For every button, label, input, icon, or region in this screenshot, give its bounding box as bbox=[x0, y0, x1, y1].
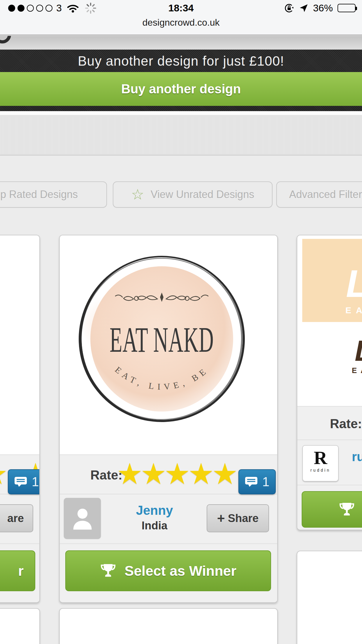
designer-row-right: R ruddin ruddin bbox=[297, 440, 362, 485]
star-icon[interactable]: ★ bbox=[140, 459, 164, 488]
trophy-icon bbox=[339, 501, 355, 518]
design-card-center[interactable]: EAT NAKD EAT, LIVE, BE Rate: ★ ★ ★ ★ ★ bbox=[59, 235, 278, 603]
banner-bottom-edge bbox=[0, 106, 362, 111]
share-button-left[interactable]: are bbox=[0, 504, 33, 532]
star-icon[interactable]: ★ bbox=[164, 459, 188, 488]
logo-title-text: EAT NAKD bbox=[100, 319, 223, 360]
star-icon[interactable]: ★ bbox=[212, 459, 236, 488]
comment-badge-center[interactable]: 1 bbox=[238, 469, 276, 494]
designer-country: India bbox=[103, 519, 205, 532]
design-card-next-center[interactable] bbox=[59, 608, 278, 644]
star-icon[interactable]: ★ bbox=[188, 459, 212, 488]
design-card-right[interactable]: LI EAT LI EAT Rate: R ruddin ruddin Sele… bbox=[297, 235, 362, 530]
winner-row-center: Select as Winner bbox=[60, 543, 277, 603]
rate-label: Rate: bbox=[330, 416, 362, 431]
promo-banner: Buy another design for just £100! bbox=[0, 50, 362, 72]
designer-info: Jenny India bbox=[103, 494, 205, 544]
rate-row-right: Rate: bbox=[297, 406, 362, 440]
design-image-center[interactable]: EAT NAKD EAT, LIVE, BE bbox=[60, 235, 277, 454]
designer-row-left: are bbox=[0, 494, 39, 543]
logo-letters-dark: LI bbox=[355, 334, 362, 368]
logo-sub-light: EAT bbox=[345, 305, 362, 315]
rate-row-left: ★ ★ 1 bbox=[0, 454, 39, 494]
logo-tagline-text: EAT, LIVE, BE bbox=[113, 365, 210, 391]
rotation-lock-icon bbox=[284, 3, 294, 13]
designer-row-center: Jenny India + Share bbox=[60, 494, 277, 543]
header-textured-band bbox=[0, 115, 362, 155]
logo-sub-dark: EAT bbox=[352, 366, 362, 375]
browser-chrome-edge bbox=[0, 36, 362, 50]
plus-icon: + bbox=[217, 510, 225, 526]
battery-percent-label: 36% bbox=[313, 2, 333, 14]
browser-url-bar[interactable]: designcrowd.co.uk bbox=[0, 16, 362, 35]
page-scroll-artifact bbox=[0, 36, 11, 43]
share-button-center[interactable]: + Share bbox=[207, 504, 269, 532]
eat-nakd-logo: EAT NAKD EAT, LIVE, BE bbox=[79, 256, 245, 422]
designer-name-link[interactable]: ruddin bbox=[352, 449, 362, 464]
star-outline-icon: ☆ bbox=[131, 187, 144, 202]
comment-bubble-icon bbox=[245, 477, 258, 487]
logo-peach-variant: LI EAT bbox=[302, 239, 362, 322]
design-card-next-right[interactable] bbox=[297, 551, 362, 644]
page-gap bbox=[0, 111, 362, 115]
view-unrated-designs-button[interactable]: ☆ View Unrated Designs bbox=[113, 181, 273, 208]
person-icon bbox=[70, 504, 95, 532]
thumbnail-logo-letter: R bbox=[303, 449, 338, 467]
design-image-left[interactable] bbox=[0, 235, 39, 454]
promo-banner-text: Buy another design for just £100! bbox=[78, 53, 284, 69]
star-icon[interactable]: ★ bbox=[0, 459, 6, 488]
logo-letters-light: LI bbox=[346, 262, 362, 306]
svg-text:EAT, LIVE, BE: EAT, LIVE, BE bbox=[113, 365, 210, 391]
comment-badge-left[interactable]: 1 bbox=[8, 469, 40, 494]
comment-bubble-icon bbox=[14, 477, 27, 487]
design-card-next-left[interactable] bbox=[0, 608, 40, 644]
advanced-filters-button[interactable]: Advanced Filters bbox=[276, 181, 362, 208]
url-text[interactable]: designcrowd.co.uk bbox=[0, 17, 362, 28]
star-icon[interactable]: ★ bbox=[117, 459, 140, 488]
designer-name-link[interactable]: Jenny bbox=[103, 503, 205, 518]
winner-row-right: Select as Winner bbox=[297, 485, 362, 530]
battery-icon bbox=[338, 4, 356, 12]
rate-row-center: Rate: ★ ★ ★ ★ ★ 1 bbox=[60, 454, 277, 494]
designer-thumbnail[interactable]: R ruddin bbox=[302, 445, 339, 482]
flourish-ornament-icon bbox=[114, 291, 210, 307]
select-as-winner-button-left[interactable]: r bbox=[0, 550, 35, 591]
buy-another-design-button[interactable]: Buy another design bbox=[0, 72, 362, 106]
comment-count: 1 bbox=[32, 475, 39, 489]
location-arrow-icon bbox=[299, 4, 308, 13]
mobile-safari-screen: { "status_bar": { "carrier": "3", "time"… bbox=[0, 0, 362, 644]
top-rated-designs-button[interactable]: Top Rated Designs bbox=[0, 181, 107, 208]
status-bar-right: 36% bbox=[284, 0, 356, 16]
star-rating[interactable]: ★ ★ ★ ★ ★ bbox=[117, 459, 236, 488]
design-card-left[interactable]: ★ ★ 1 are r bbox=[0, 235, 40, 603]
winner-row-left: r bbox=[0, 543, 39, 603]
select-as-winner-button-right[interactable]: Select as Winner bbox=[302, 491, 362, 528]
logo-tagline-arc: EAT, LIVE, BE bbox=[92, 363, 232, 410]
avatar[interactable] bbox=[64, 498, 101, 539]
select-as-winner-button-center[interactable]: Select as Winner bbox=[65, 550, 271, 591]
status-bar: 3 18:34 bbox=[0, 0, 362, 16]
design-image-right[interactable]: LI EAT LI EAT bbox=[297, 235, 362, 406]
thumbnail-caption: ruddin bbox=[303, 468, 338, 473]
trophy-icon bbox=[100, 563, 116, 579]
comment-count: 1 bbox=[262, 475, 269, 489]
